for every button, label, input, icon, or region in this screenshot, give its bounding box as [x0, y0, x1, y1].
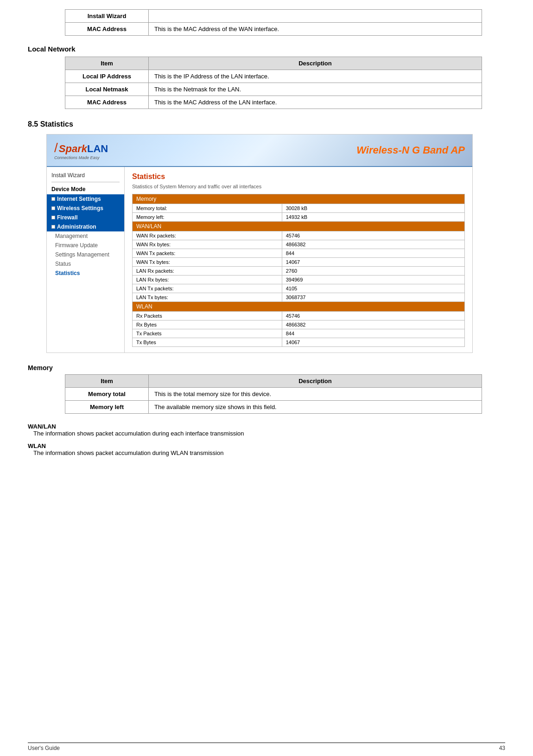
memory-section-heading: Memory	[28, 364, 505, 372]
stats-value: 14932 kB	[282, 213, 464, 222]
section-85-heading: 8.5 Statistics	[28, 120, 505, 128]
table-row: Local IP AddressThis is the IP Address o…	[65, 70, 482, 83]
col-desc-header: Description	[149, 57, 482, 70]
logo-text: /SparkLAN	[54, 141, 108, 155]
stats-data-row: WAN Tx packets:844	[133, 249, 465, 258]
stats-data-row: LAN Rx bytes:394969	[133, 275, 465, 284]
sidebar-label-wireless: Wireless Settings	[57, 205, 103, 211]
col-item-header: Item	[65, 375, 149, 388]
stats-data-row: WAN Tx bytes:14067	[133, 258, 465, 267]
item-cell: Memory total	[65, 388, 149, 401]
footer-right: 43	[499, 745, 505, 751]
sidebar-label-admin: Administration	[57, 224, 96, 230]
sq-icon	[51, 206, 55, 210]
sidebar-label-internet: Internet Settings	[57, 196, 101, 202]
local-network-table-wrap: Item Description Local IP AddressThis is…	[65, 57, 505, 109]
stats-section-header: Memory	[133, 194, 465, 204]
stats-label: Tx Bytes	[133, 338, 282, 347]
stats-value: 14067	[282, 338, 464, 347]
item-cell: Memory left	[65, 401, 149, 414]
logo-lan: LAN	[87, 143, 108, 154]
stats-data-row: Memory left:14932 kB	[133, 213, 465, 222]
sidebar-item-wireless-settings[interactable]: Wireless Settings	[47, 204, 124, 213]
desc-cell: The available memory size shows in this …	[149, 401, 482, 414]
stats-data-row: Rx Packets45746	[133, 312, 465, 320]
stats-section-header: WAN/LAN	[133, 222, 465, 231]
sidebar-item-install-wizard[interactable]: Install Wizard	[47, 171, 124, 180]
router-page-title: Statistics	[132, 173, 465, 181]
sidebar-label-firewall: Firewall	[57, 214, 78, 221]
sidebar-item-firewall[interactable]: Firewall	[47, 213, 124, 222]
col-item-header: Item	[65, 57, 149, 70]
stats-value: 45746	[282, 312, 464, 320]
stats-value: 844	[282, 249, 464, 258]
router-body: Install Wizard Device Mode Internet Sett…	[47, 167, 472, 352]
stats-label: Rx Bytes	[133, 320, 282, 329]
stats-label: WAN Tx packets:	[133, 249, 282, 258]
stats-section-row: WAN/LAN	[133, 222, 465, 231]
memory-table: Item Description Memory totalThis is the…	[65, 374, 482, 414]
stats-section-header: WLAN	[133, 302, 465, 312]
wan-mac-item: MAC Address	[65, 23, 149, 36]
item-cell: Local IP Address	[65, 70, 149, 83]
product-title: Wireless-N G Band AP	[356, 144, 465, 156]
table-header-row: Item Description	[65, 375, 482, 388]
sq-icon	[51, 225, 55, 229]
stats-label: WAN Rx packets:	[133, 231, 282, 240]
stats-label: WAN Tx bytes:	[133, 258, 282, 267]
sidebar-item-firmware-update[interactable]: Firmware Update	[47, 241, 124, 250]
stats-value: 844	[282, 329, 464, 338]
router-main: Statistics Statistics of System Memory a…	[125, 167, 472, 352]
stats-data-row: WAN Rx bytes:4866382	[133, 240, 465, 249]
table-row: Memory totalThis is the total memory siz…	[65, 388, 482, 401]
stats-value: 394969	[282, 275, 464, 284]
sidebar-item-management[interactable]: Management	[47, 231, 124, 241]
wlan-heading: WLAN	[28, 442, 505, 449]
desc-cell: This is the total memory size for this d…	[149, 388, 482, 401]
desc-cell: This is the MAC Address of the LAN inter…	[149, 96, 482, 109]
item-cell: Local Netmask	[65, 83, 149, 96]
sidebar-item-settings-management[interactable]: Settings Management	[47, 250, 124, 259]
stats-section-row: Memory	[133, 194, 465, 204]
wanlan-heading: WAN/LAN	[28, 423, 505, 430]
stats-value: 3068737	[282, 293, 464, 302]
stats-label: WAN Rx bytes:	[133, 240, 282, 249]
footer-left: User's Guide	[28, 745, 60, 751]
stats-data-row: LAN Rx packets:2760	[133, 267, 465, 275]
stats-value: 2760	[282, 267, 464, 275]
stats-data-row: Memory total:30028 kB	[133, 204, 465, 213]
lightning-icon: /	[54, 141, 58, 155]
table-header-row: Item Description	[65, 57, 482, 70]
stats-value: 14067	[282, 258, 464, 267]
stats-value: 45746	[282, 231, 464, 240]
table-row: Memory leftThe available memory size sho…	[65, 401, 482, 414]
local-network-table: Item Description Local IP AddressThis is…	[65, 57, 482, 109]
sidebar-item-status[interactable]: Status	[47, 259, 124, 269]
wlan-desc: The information shows packet accumulatio…	[33, 449, 505, 456]
logo-spark: Spark	[59, 143, 87, 154]
local-network-heading: Local Network	[28, 45, 505, 53]
col-desc-header: Description	[149, 375, 482, 388]
logo-tagline: Connections Made Easy	[54, 155, 100, 160]
stats-data-row: WAN Rx packets:45746	[133, 231, 465, 240]
sidebar-item-administration[interactable]: Administration	[47, 222, 124, 231]
table-row: MAC AddressThis is the MAC Address of th…	[65, 96, 482, 109]
stats-label: Tx Packets	[133, 329, 282, 338]
sidebar-item-device-mode: Device Mode	[47, 184, 124, 194]
stats-label: LAN Tx bytes:	[133, 293, 282, 302]
table-row: MAC Address This is the MAC Address of t…	[65, 23, 482, 36]
table-row: Local NetmaskThis is the Netmask for the…	[65, 83, 482, 96]
stats-value: 30028 kB	[282, 204, 464, 213]
router-header: /SparkLAN Connections Made Easy Wireless…	[47, 135, 472, 167]
desc-cell: This is the IP Address of the LAN interf…	[149, 70, 482, 83]
sidebar-item-statistics[interactable]: Statistics	[47, 269, 124, 278]
stats-value: 4866382	[282, 320, 464, 329]
wanlan-desc: The information shows packet accumulatio…	[33, 430, 505, 437]
wan-server-item: Install Wizard	[65, 10, 149, 23]
sidebar-item-internet-settings[interactable]: Internet Settings	[47, 194, 124, 204]
router-subtitle: Statistics of System Memory and traffic …	[132, 184, 465, 189]
wan-table-wrap: Install Wizard MAC Address This is the M…	[65, 9, 505, 36]
stats-data-row: Tx Bytes14067	[133, 338, 465, 347]
stats-data-row: LAN Tx packets:4105	[133, 284, 465, 293]
sparklan-logo: /SparkLAN Connections Made Easy	[54, 141, 108, 160]
